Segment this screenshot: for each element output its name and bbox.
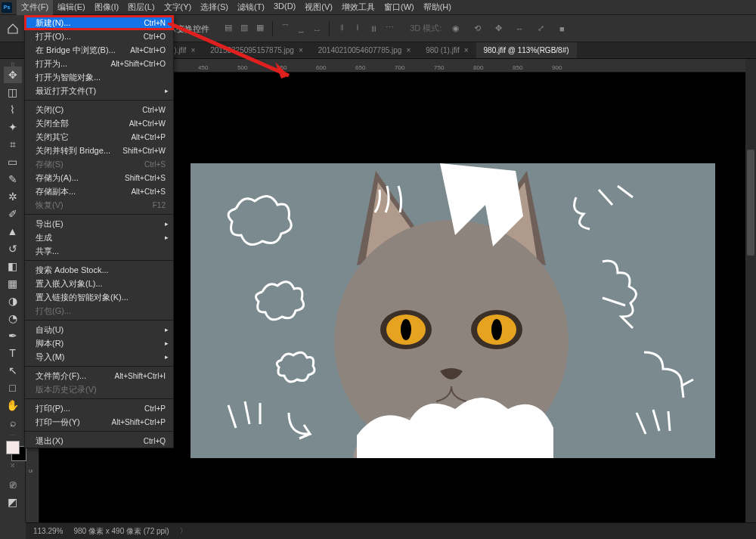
- file-menu-item[interactable]: 文件简介(F)...Alt+Shift+Ctrl+I: [25, 369, 173, 383]
- frame-tool-icon[interactable]: ▭: [4, 153, 22, 170]
- brush-tool-icon[interactable]: ✐: [4, 206, 22, 222]
- menu-item-shortcut: Alt+Ctrl+S: [131, 187, 166, 196]
- file-menu-item[interactable]: 打印(P)...Ctrl+P: [25, 401, 173, 415]
- menu-1[interactable]: 编辑(E): [53, 0, 90, 15]
- 3d-orbit-icon[interactable]: ◉: [449, 22, 463, 36]
- file-menu-item[interactable]: 关闭并转到 Bridge...Shift+Ctrl+W: [25, 144, 173, 157]
- type-tool-icon[interactable]: T: [4, 345, 22, 361]
- pen-tool-icon[interactable]: ✒: [4, 327, 22, 344]
- file-menu-item[interactable]: 脚本(R)▸: [25, 336, 173, 350]
- file-menu-item[interactable]: 打开为...Alt+Shift+Ctrl+O: [25, 57, 173, 70]
- path-select-icon[interactable]: ↖: [4, 362, 22, 379]
- 3d-slide-icon[interactable]: ↔: [513, 22, 526, 36]
- align-right-icon[interactable]: ▦: [253, 21, 267, 35]
- toolbox-more-icon[interactable]: ⋯: [7, 432, 19, 435]
- distribute-v-icon[interactable]: ⫲: [351, 21, 364, 35]
- menu-7[interactable]: 3D(D): [269, 0, 300, 15]
- document-tab[interactable]: 20140210054607785.jpg×: [311, 42, 419, 59]
- color-swatch[interactable]: [6, 441, 20, 454]
- align-center-h-icon[interactable]: ▥: [237, 21, 251, 35]
- distribute-space-icon[interactable]: ⫼: [367, 21, 380, 35]
- file-menu-item[interactable]: 打开为智能对象...: [25, 70, 173, 84]
- close-icon[interactable]: ×: [191, 46, 195, 54]
- history-brush-icon[interactable]: ↺: [4, 240, 22, 257]
- 3d-roll-icon[interactable]: ⟲: [470, 22, 484, 36]
- lasso-tool-icon[interactable]: ⌇: [4, 101, 22, 118]
- status-zoom[interactable]: 113.29%: [33, 527, 63, 535]
- 3d-camera-icon[interactable]: ■: [555, 22, 569, 36]
- crop-tool-icon[interactable]: ⌗: [4, 136, 22, 153]
- eraser-tool-icon[interactable]: ◧: [4, 258, 22, 274]
- swap-colors-icon[interactable]: ⤭: [10, 462, 15, 469]
- menu-item-label: 置入链接的智能对象(K)...: [36, 292, 129, 303]
- 3d-scale-icon[interactable]: ⤢: [534, 22, 547, 36]
- file-menu-item[interactable]: 关闭其它Alt+Ctrl+P: [25, 130, 173, 144]
- quick-select-icon[interactable]: ✦: [4, 119, 22, 135]
- align-top-icon[interactable]: ⎴: [278, 21, 292, 35]
- shape-tool-icon[interactable]: □: [4, 379, 22, 396]
- menu-item-shortcut: Ctrl+Q: [144, 437, 166, 445]
- file-menu-item[interactable]: 存储为(A)...Shift+Ctrl+S: [25, 171, 173, 184]
- file-menu-item[interactable]: 搜索 Adobe Stock...: [25, 263, 173, 277]
- file-menu-item[interactable]: 自动(U)▸: [25, 323, 173, 336]
- blur-tool-icon[interactable]: ◑: [4, 293, 22, 309]
- scrollbar-thumb[interactable]: [747, 150, 754, 256]
- close-icon[interactable]: ×: [406, 46, 411, 54]
- file-menu-item[interactable]: 共享...: [25, 244, 173, 258]
- menu-8[interactable]: 视图(V): [300, 0, 337, 15]
- toolbox-handle-icon[interactable]: ⠿: [7, 62, 19, 65]
- file-menu-item[interactable]: 导出(E)▸: [25, 217, 173, 231]
- file-menu-item[interactable]: 置入链接的智能对象(K)...: [25, 290, 173, 304]
- gradient-tool-icon[interactable]: ▦: [4, 275, 22, 292]
- status-menu-arrow-icon[interactable]: 〉: [180, 526, 187, 536]
- align-middle-icon[interactable]: ⎯: [294, 21, 308, 35]
- menu-item-shortcut: Ctrl+N: [144, 19, 166, 27]
- document-tab[interactable]: 20150325095157875.jpg×: [203, 42, 311, 59]
- home-button[interactable]: [5, 20, 21, 37]
- file-menu-item[interactable]: 新建(N)...Ctrl+N: [25, 16, 173, 29]
- file-menu-item[interactable]: 打印一份(Y)Alt+Shift+Ctrl+P: [25, 415, 173, 429]
- menu-11[interactable]: 帮助(H): [419, 0, 456, 15]
- menu-5[interactable]: 选择(S): [196, 0, 233, 15]
- distribute-h-icon[interactable]: ⫴: [335, 21, 349, 35]
- tab-label: 20150325095157875.jpg: [210, 46, 294, 54]
- file-menu-item[interactable]: 在 Bridge 中浏览(B)...Alt+Ctrl+O: [25, 43, 173, 57]
- file-menu-item[interactable]: 打开(O)...Ctrl+O: [25, 29, 173, 43]
- menu-9[interactable]: 增效工具: [337, 0, 380, 15]
- marquee-tool-icon[interactable]: ◫: [4, 84, 22, 101]
- file-menu-item[interactable]: 置入嵌入对象(L)...: [25, 277, 173, 290]
- eyedropper-icon[interactable]: ✎: [4, 171, 22, 187]
- align-left-icon[interactable]: ▤: [222, 21, 235, 35]
- 3d-pan-icon[interactable]: ✥: [491, 22, 505, 36]
- document-tab[interactable]: 980 (1).jfif×: [418, 42, 476, 59]
- move-tool-icon[interactable]: ✥: [4, 67, 22, 83]
- align-bottom-icon[interactable]: ⎵: [310, 21, 324, 35]
- file-menu-item[interactable]: 退出(X)Ctrl+Q: [25, 434, 173, 448]
- close-icon[interactable]: ×: [299, 46, 303, 54]
- file-menu-item[interactable]: 存储副本...Alt+Ctrl+S: [25, 184, 173, 198]
- heal-brush-icon[interactable]: ✲: [4, 188, 22, 205]
- menu-10[interactable]: 窗口(W): [380, 0, 419, 15]
- clone-stamp-icon[interactable]: ▲: [4, 223, 22, 240]
- menu-3[interactable]: 图层(L): [123, 0, 159, 15]
- zoom-tool-icon[interactable]: ⌕: [4, 414, 22, 431]
- menu-2[interactable]: 图像(I): [90, 0, 123, 15]
- file-menu-item[interactable]: 关闭(C)Ctrl+W: [25, 103, 173, 116]
- quick-mask-icon[interactable]: ◩: [4, 494, 22, 510]
- file-menu-item[interactable]: 导入(M)▸: [25, 350, 173, 364]
- close-icon[interactable]: ×: [464, 46, 469, 54]
- menu-4[interactable]: 文字(Y): [160, 0, 197, 15]
- dodge-tool-icon[interactable]: ◔: [4, 310, 22, 327]
- file-menu-item[interactable]: 最近打开文件(T)▸: [25, 84, 173, 98]
- menu-6[interactable]: 滤镜(T): [233, 0, 269, 15]
- document-canvas[interactable]: [191, 163, 715, 458]
- file-menu-item[interactable]: 生成▸: [25, 231, 173, 244]
- hand-tool-icon[interactable]: ✋: [4, 397, 22, 414]
- menu-0[interactable]: 文件(F): [17, 0, 53, 15]
- more-align-icon[interactable]: ⋯: [383, 21, 396, 35]
- vertical-scrollbar[interactable]: [745, 59, 756, 522]
- screen-mode-icon[interactable]: ⎚: [4, 476, 22, 493]
- document-tab[interactable]: 980.jfif @ 113%(RGB/8#): [476, 42, 577, 59]
- ruler-tick: 800: [473, 64, 483, 71]
- file-menu-item[interactable]: 关闭全部Alt+Ctrl+W: [25, 116, 173, 130]
